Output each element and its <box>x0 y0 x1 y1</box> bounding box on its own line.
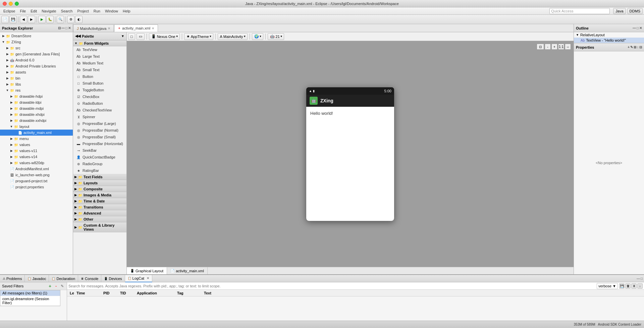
palette-category-composite[interactable]: ▶ 📁 Composite <box>73 186 126 192</box>
tab-activity-main-xml[interactable]: ✦ activity_main.xml ✕ <box>114 25 158 32</box>
palette-back-icon[interactable]: ◀◀ <box>75 34 80 38</box>
palette-category-custom[interactable]: ▶ 📁 Custom & Library Views <box>73 222 126 232</box>
palette-dropdown-icon[interactable]: ▼ <box>121 34 124 38</box>
properties-edit-icon[interactable]: ✎ <box>630 45 633 49</box>
palette-category-layouts[interactable]: ▶ 📁 Layouts <box>73 180 126 186</box>
zoom-out-button[interactable]: - <box>545 44 551 50</box>
zoom-100-button[interactable]: 1:1 <box>558 44 564 50</box>
tree-item-iclauncher[interactable]: 🖼 ic_launcher-web.png <box>0 172 73 178</box>
menu-window[interactable]: Window <box>103 8 120 14</box>
palette-item-medium-text[interactable]: Ab Medium Text <box>73 60 126 66</box>
maximize-bottom-icon[interactable]: □ <box>641 277 643 280</box>
new-button[interactable]: 📄 <box>1 16 9 23</box>
menu-run[interactable]: Run <box>92 8 102 14</box>
tab-graphical-layout[interactable]: 📱 Graphical Layout <box>127 267 167 275</box>
properties-collapse-icon[interactable]: ⊟ <box>639 45 642 49</box>
edit-filter-button[interactable]: ✎ <box>59 283 65 289</box>
logcat-scroll-button[interactable]: ↓ <box>637 283 643 289</box>
palette-item-progressbar-large[interactable]: ◎ ProgressBar (Large) <box>73 120 126 127</box>
minimize-outline-icon[interactable]: — <box>633 26 636 30</box>
theme-dropdown[interactable]: ★ AppTheme ▼ <box>184 33 213 40</box>
palette-item-radiobutton[interactable]: ⊙ RadioButton <box>73 100 126 107</box>
palette-item-togglebutton[interactable]: ⊕ ToggleButton <box>73 87 126 93</box>
palette-item-large-text[interactable]: Ab Large Text <box>73 53 126 60</box>
logcat-search-input[interactable] <box>68 284 597 288</box>
ddms-perspective-button[interactable]: DDMS <box>627 8 643 14</box>
tree-item-drawable-xhdpi[interactable]: ▶ 📁 drawable-xhdpi <box>0 111 73 118</box>
rotate-landscape-button[interactable]: ▭ <box>137 33 145 40</box>
tree-item-dreamstore[interactable]: ▶ 📁 DreamStore <box>0 33 73 39</box>
logcat-save-button[interactable]: 💾 <box>619 283 625 289</box>
palette-item-progressbar-horizontal[interactable]: ▬ ProgressBar (Horizontal) <box>73 140 126 147</box>
palette-item-button[interactable]: □ Button <box>73 73 126 80</box>
menu-edit[interactable]: Edit <box>29 8 39 14</box>
palette-item-progressbar-small[interactable]: ◎ ProgressBar (Small) <box>73 134 126 140</box>
tab-logcat[interactable]: 📋 LogCat ✕ <box>125 275 152 282</box>
java-perspective-button[interactable]: Java <box>613 8 626 14</box>
tab-problems[interactable]: ⚠ Problems <box>0 275 25 282</box>
menu-navigate[interactable]: Navigate <box>40 8 58 14</box>
palette-category-transitions[interactable]: ▶ 📁 Transitions <box>73 204 126 210</box>
tree-item-menu[interactable]: ▶ 📁 menu <box>0 136 73 142</box>
menu-help[interactable]: Help <box>121 8 132 14</box>
palette-item-textview[interactable]: Ab TextView <box>73 46 126 53</box>
tree-item-zxing[interactable]: ▼ 📁 ZXing <box>0 39 73 45</box>
maximize-button[interactable] <box>15 2 19 6</box>
search-button[interactable]: 🔍 <box>57 16 64 23</box>
tab-javadoc[interactable]: 📋 Javadoc <box>25 275 49 282</box>
verbose-dropdown[interactable]: verbose ▼ <box>597 283 618 289</box>
debug-button[interactable]: 🐛 <box>46 16 54 23</box>
tree-item-values[interactable]: ▶ 📁 values <box>0 142 73 148</box>
tree-item-drawable-xxhdpi[interactable]: ▶ 📁 drawable-xxhdpi <box>0 118 73 124</box>
tree-item-assets[interactable]: ▶ 📁 assets <box>0 69 73 75</box>
back-button[interactable]: ◀ <box>20 16 27 23</box>
palette-item-small-text[interactable]: Ab Small Text <box>73 66 126 73</box>
palette-item-small-button[interactable]: □ Small Button <box>73 80 126 87</box>
palette-item-checkbox[interactable]: ☑ CheckBox <box>73 93 126 100</box>
filter-dreamstore[interactable]: com.igl.dreamstore (Session Filter) <box>0 296 60 306</box>
palette-category-form-widgets[interactable]: ▼ 📁 Form Widgets <box>73 40 126 46</box>
tree-item-layout[interactable]: ▼ 📁 layout <box>0 124 73 130</box>
tab-declaration[interactable]: 📋 Declaration <box>49 275 78 282</box>
tree-item-activity-main-xml[interactable]: 📄 activity_main.xml <box>0 130 73 136</box>
run-button[interactable]: ▶ <box>38 16 46 23</box>
forward-button[interactable]: ▶ <box>28 16 35 23</box>
properties-filter-icon[interactable]: ⊞ <box>634 45 636 49</box>
tree-item-values-w820dp[interactable]: ▶ 📁 values-w820dp <box>0 160 73 166</box>
tab-console[interactable]: 🖥 Console <box>78 275 101 282</box>
palette-item-checkedtextview[interactable]: Ab CheckedTextView <box>73 107 126 113</box>
tab-xml-source[interactable]: 📄 activity_main.xml <box>167 267 208 275</box>
logcat-pause-button[interactable]: ⏸ <box>631 283 637 289</box>
logcat-clear-button[interactable]: 🗑 <box>625 283 631 289</box>
menu-file[interactable]: File <box>18 8 28 14</box>
properties-sort-icon[interactable]: ↕ <box>637 45 639 49</box>
tree-item-values-v11[interactable]: ▶ 📁 values-v11 <box>0 148 73 154</box>
tree-item-drawable-hdpi[interactable]: ▶ 📁 drawable-hdpi <box>0 93 73 99</box>
palette-item-spinner[interactable]: ⊻ Spinner <box>73 113 126 120</box>
tab-close-main-activity-java[interactable]: ✕ <box>108 27 110 30</box>
menu-project[interactable]: Project <box>75 8 91 14</box>
add-filter-button[interactable]: + <box>47 283 53 289</box>
close-outline-icon[interactable]: ✕ <box>639 26 642 30</box>
maximize-panel-icon[interactable]: □ <box>65 26 67 30</box>
zoom-fit-width-button[interactable]: ↔ <box>565 44 571 50</box>
device-dropdown[interactable]: 📱 Nexus One ▼ <box>149 33 180 40</box>
tab-devices[interactable]: 📱 Devices <box>101 275 125 282</box>
menu-eclipse[interactable]: Eclipse <box>1 8 17 14</box>
palette-item-seekbar[interactable]: ⊸ SeekBar <box>73 147 126 154</box>
maximize-outline-icon[interactable]: □ <box>637 26 639 30</box>
tree-item-values-v14[interactable]: ▶ 📁 values-v14 <box>0 154 73 160</box>
toolbar-btn-extra1[interactable]: ⚙ <box>67 16 74 23</box>
locale-dropdown[interactable]: 🌍 ▼ <box>252 33 263 40</box>
tree-item-libs[interactable]: ▶ 📁 libs <box>0 81 73 87</box>
tree-item-drawable-ldpi[interactable]: ▶ 📁 drawable-ldpi <box>0 99 73 105</box>
rotate-portrait-button[interactable]: □ <box>128 33 135 40</box>
layout-editor-canvas[interactable]: ▲ ▮ 5:00 🤖 ZXing <box>127 41 574 267</box>
palette-item-radiogroup[interactable]: ⊚ RadioGroup <box>73 160 126 167</box>
api-dropdown[interactable]: 🤖 21 ▼ <box>268 33 284 40</box>
tree-item-gen[interactable]: ▶ 📁 gen [Generated Java Files] <box>0 51 73 57</box>
palette-category-advanced[interactable]: ▶ 📁 Advanced <box>73 210 126 216</box>
activity-dropdown[interactable]: A MainActivity ▼ <box>218 33 248 40</box>
palette-item-quickcontactbadge[interactable]: 👤 QuickContactBadge <box>73 154 126 160</box>
toolbar-btn-extra2[interactable]: ◐ <box>75 16 83 23</box>
